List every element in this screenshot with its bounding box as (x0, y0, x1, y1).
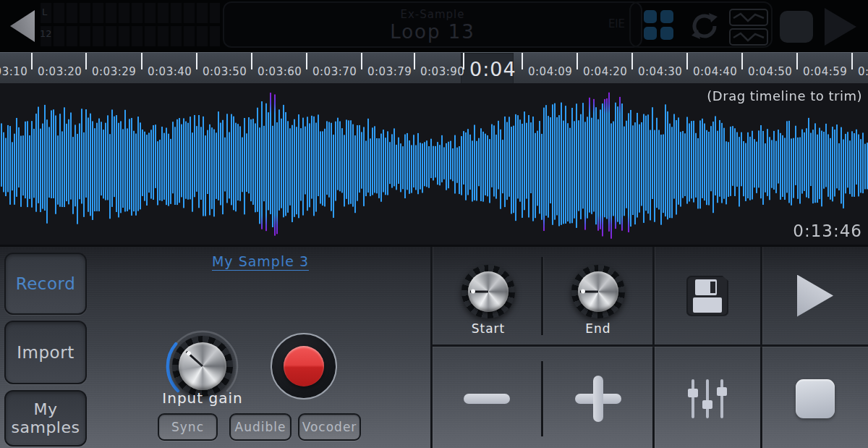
slider-line (706, 379, 709, 418)
trim-start-knob[interactable] (461, 265, 515, 318)
timeline-tick-label: 0:04:50 (748, 65, 792, 78)
sidebar-item-import[interactable]: Import (4, 321, 87, 384)
pad-grid-icon[interactable] (644, 10, 676, 42)
timeline-tick (631, 53, 633, 69)
loop-grid-row (41, 26, 220, 46)
timeline-tick-label: 0:03:60 (258, 65, 302, 78)
minus-icon (464, 394, 510, 404)
stop-icon (796, 379, 835, 418)
zoom-out-button[interactable] (433, 347, 541, 448)
timeline-current-label: 0:04 (469, 58, 516, 80)
trim-end-knob[interactable] (571, 265, 625, 318)
sliders-icon (684, 379, 731, 419)
waveform-toggle-icon[interactable] (729, 9, 768, 48)
plus-icon (575, 376, 621, 422)
timeline-tick-label: 0:04:30 (638, 65, 682, 78)
trim-start-needle (470, 291, 488, 293)
timeline-tick-label: 0:03:40 (148, 65, 192, 78)
timeline-tick (196, 53, 197, 69)
input-gain-knob[interactable] (172, 336, 233, 397)
slider-handle (688, 389, 698, 397)
trim-end-needle (580, 291, 598, 293)
slider-line (720, 379, 723, 418)
timeline-tick (141, 53, 142, 69)
timeline-tick-label: 0:03:90 (420, 65, 464, 78)
record-button[interactable] (271, 333, 337, 400)
audible-toggle[interactable]: Audible (229, 413, 292, 441)
timeline-tick (414, 53, 415, 69)
timeline-tick (251, 53, 252, 69)
track-subtitle: Ex-Sample (224, 8, 641, 21)
start-end-divider (541, 257, 543, 335)
trim-end-knob-face (578, 271, 618, 312)
zoom-in-button[interactable] (543, 347, 652, 448)
input-gain-needle (186, 351, 203, 367)
timeline-tick-label: 0:03:79 (367, 65, 412, 78)
title-corner-label: ElE (608, 17, 625, 30)
floppy-disk-icon (686, 276, 728, 316)
sync-toggle[interactable]: Sync (158, 413, 218, 441)
grid-row-label: L (42, 7, 47, 17)
sample-duration: 0:13:46 (793, 221, 862, 240)
timeline-tick-label: 0:04:20 (583, 65, 627, 78)
mixer-button[interactable] (655, 347, 760, 448)
timeline-tick-label: 0:03:20 (38, 65, 82, 78)
slider-handle (717, 387, 727, 396)
timeline-tick (576, 53, 578, 69)
waveform-canvas (0, 83, 868, 245)
stop-sample-button[interactable] (762, 347, 868, 448)
pad-cell (644, 10, 657, 23)
pad-cell (660, 27, 673, 40)
timeline-tick-label: 0:03:50 (203, 65, 247, 78)
sidebar-item-my-samples[interactable]: My samples (4, 390, 87, 447)
timeline-tick (306, 53, 307, 69)
floppy-label (693, 297, 722, 313)
transport-play-button[interactable] (825, 8, 856, 46)
transport-stop-button[interactable] (780, 11, 813, 43)
timeline-tick-label: 0:03:70 (312, 65, 357, 78)
input-gain-knob-face (179, 342, 226, 390)
loop-refresh-icon[interactable] (689, 10, 720, 45)
play-sample-button[interactable] (762, 247, 868, 345)
timeline-tick-label: 0:04:59 (803, 65, 847, 78)
timeline-tick-label: 0:04:09 (528, 65, 572, 78)
waveform-row-icon (729, 9, 768, 26)
save-button[interactable] (655, 247, 760, 345)
waveform-display: (Drag timeline to trim) 0:13:46 (0, 83, 868, 245)
pad-cell (660, 10, 673, 23)
grid-row-label: 12 (40, 28, 52, 39)
timeline-tick-label: 0:04:70 (858, 65, 868, 78)
record-dot-icon (284, 346, 324, 386)
slider-line (692, 379, 694, 418)
timeline-tick-label: 0:04:40 (693, 65, 737, 78)
waveform-row-icon (729, 28, 768, 46)
sampler-app: L 12 Ex-Sample Loop 13 ElE (0, 0, 868, 448)
back-button[interactable] (9, 9, 36, 43)
sidebar-item-record[interactable]: Record (4, 253, 87, 315)
timeline-tick (361, 53, 362, 69)
timeline-ruler[interactable]: 0:03:100:03:200:03:290:03:400:03:500:03:… (0, 52, 868, 83)
timeline-tick (796, 53, 798, 69)
timeline-tick (741, 53, 743, 69)
vocoder-toggle[interactable]: Vocoder (298, 413, 361, 441)
track-title: Loop 13 (224, 21, 641, 43)
slider-handle (702, 400, 712, 409)
play-icon (797, 275, 833, 317)
timeline-current-tick (463, 53, 464, 69)
timeline-tick-label: 0:03:10 (0, 65, 27, 78)
track-title-box[interactable]: Ex-Sample Loop 13 ElE (223, 1, 642, 48)
timeline-tick (85, 53, 87, 69)
input-gain-label: Input gain (145, 389, 260, 407)
trim-start-knob-face (468, 271, 509, 312)
back-arrow-icon (10, 10, 35, 42)
loop-grid-thumbnail[interactable] (41, 3, 220, 48)
loop-grid-row (41, 3, 220, 23)
timeline-tick-label: 0:03:29 (92, 65, 136, 78)
trim-hint-text: (Drag timeline to trim) (707, 88, 862, 103)
sample-name-link[interactable]: My Sample 3 (174, 253, 347, 269)
sample-name-text: My Sample 3 (212, 253, 309, 271)
timeline-tick (686, 53, 688, 69)
top-transport-bar: L 12 Ex-Sample Loop 13 ElE (0, 0, 868, 52)
pad-cell (644, 27, 657, 40)
control-panel: Record Import My samples My Sample 3 Inp… (0, 245, 868, 448)
